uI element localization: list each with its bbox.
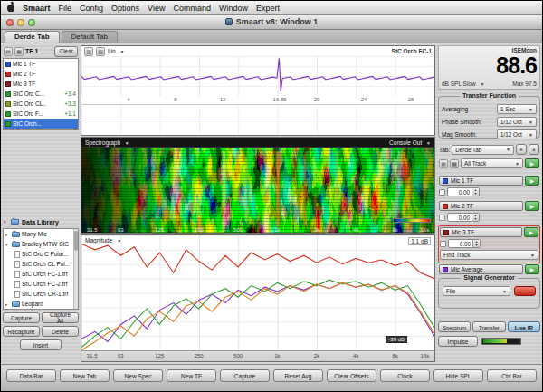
mic-average-run-button[interactable]: ▶	[525, 264, 539, 274]
mag-smooth-select[interactable]: 1/12 Oct▼	[497, 129, 537, 139]
apple-menu-icon[interactable]	[7, 5, 14, 12]
all-track-select[interactable]: All Track▼	[461, 158, 523, 168]
recapture-button[interactable]: Recapture	[3, 326, 40, 337]
measurement-row[interactable]: Mic 2 TF	[4, 69, 78, 79]
magnitude-plot[interactable]	[81, 235, 434, 350]
live-ir-secondary-area[interactable]	[81, 105, 434, 135]
menu-command[interactable]: Command	[173, 4, 211, 13]
mic3-run-button[interactable]: ▶	[524, 227, 538, 237]
tree-item-folder[interactable]: ▾Bradley MTW StC	[4, 239, 78, 249]
mic2-gain-stepper[interactable]: 0.00▲▼	[447, 213, 480, 222]
measurement-row[interactable]: StC Orc C...+3.4	[4, 89, 78, 99]
new-spec-button[interactable]: New Spec	[113, 369, 163, 382]
measurement-row[interactable]: Mic 1 TF	[4, 59, 78, 69]
play-icon: ▶	[529, 229, 534, 235]
measurement-row[interactable]: StC Orc CL..+3.3	[4, 99, 78, 109]
measurement-row-selected[interactable]: StC Orch...	[4, 119, 78, 129]
stepper-down-icon[interactable]: ▼	[474, 192, 477, 196]
close-tab-button[interactable]: ×	[529, 144, 539, 155]
add-tab-button[interactable]: +	[516, 144, 527, 155]
measurement-row[interactable]: StC Orc F...+1.1	[4, 109, 78, 119]
tree-item-file[interactable]: StC Orch FC-2.trf	[4, 279, 78, 289]
tree-item-folder[interactable]: ▸Leopard	[4, 299, 78, 309]
tree-item-folder[interactable]: ▸Many Mic	[4, 229, 78, 239]
mic1-checkbox[interactable]	[439, 189, 445, 196]
ctrl-bar-button[interactable]: Ctrl Bar	[487, 369, 537, 382]
menu-config[interactable]: Config	[80, 4, 103, 13]
reset-avg-button[interactable]: Reset Avg	[273, 369, 323, 382]
title-bar[interactable]: Smaart v8: Window 1	[1, 15, 542, 30]
spectrum-view-button[interactable]: Spectrum	[438, 321, 471, 332]
menu-window[interactable]: Window	[219, 4, 248, 13]
snapshot-icon[interactable]: ▦	[450, 159, 459, 168]
averaging-select[interactable]: 1 Sec▼	[497, 104, 537, 114]
run-all-button[interactable]: ▶	[525, 158, 539, 168]
magnitude-selector[interactable]: Magnitude ▼	[85, 237, 121, 244]
spectrograph-selector[interactable]: Spectrograph ▼	[85, 139, 129, 146]
disclosure-triangle-icon[interactable]: ▸	[5, 301, 10, 307]
spl-unit-selector[interactable]: dB SPL Slow ▼	[442, 81, 484, 87]
axis-tick-label: 1k	[274, 353, 280, 359]
tree-item-file[interactable]: StC Orch CR-1.trf	[4, 289, 78, 299]
phase-smooth-select[interactable]: 1/12 Oct▼	[497, 117, 537, 127]
tree-scrollbar[interactable]	[73, 229, 78, 309]
mic3-checkbox[interactable]	[440, 241, 446, 247]
capture-button[interactable]: Capture	[3, 312, 40, 323]
capture-bar-button[interactable]: Capture	[220, 369, 270, 382]
mic1-run-button[interactable]: ▶	[525, 176, 539, 186]
stepper-down-icon[interactable]: ▼	[475, 244, 478, 247]
tab-derde-tab[interactable]: Derde Tab	[5, 31, 60, 43]
menu-smaart[interactable]: Smaart	[23, 4, 51, 13]
spectrograph-source-selector[interactable]: Console Out ▼	[389, 139, 431, 146]
tree-item-file[interactable]: StC Orc C Polar...	[4, 249, 78, 259]
mic3-tf-button[interactable]: Mic 3 TF	[440, 227, 522, 237]
capture-all-button[interactable]: Capture All	[42, 312, 79, 323]
pane-option-icon[interactable]: ▥	[84, 47, 93, 56]
spl-meter[interactable]: iSEMcon 88.6 dB SPL Slow ▼ Max 97.5	[438, 45, 540, 90]
generator-on-button[interactable]	[514, 286, 536, 296]
measurement-row[interactable]: Mic 3 TF	[4, 79, 78, 89]
menu-view[interactable]: View	[148, 4, 165, 13]
tab-select[interactable]: Derde Tab▼	[452, 145, 514, 155]
data-library-header[interactable]: ▾ Data Library	[4, 216, 81, 227]
live-ir-plot[interactable]	[81, 56, 434, 96]
new-tab-button[interactable]: New Tab	[60, 369, 110, 382]
clock-button[interactable]: Clock	[380, 369, 430, 382]
scrollbar-thumb[interactable]	[74, 231, 78, 251]
mic-average-button[interactable]: Mic Average	[439, 264, 523, 274]
routing-icon[interactable]: ▤	[439, 159, 448, 168]
ir-scale-selector[interactable]: Lin ▼	[108, 48, 124, 54]
mic3-gain-stepper[interactable]: 0.00▲▼	[448, 239, 481, 248]
insert-button[interactable]: Insert	[20, 339, 62, 350]
stepper-down-icon[interactable]: ▼	[474, 217, 477, 221]
spectrograph-plot[interactable]: 31.5631252505001k2k4k8k16k	[81, 148, 434, 233]
pane-option-icon[interactable]: ▧	[96, 47, 105, 56]
tab-default-tab[interactable]: Default Tab	[62, 31, 118, 43]
live-ir-view-button[interactable]: Live IR	[508, 321, 540, 332]
mic2-run-button[interactable]: ▶	[525, 201, 539, 211]
find-track-select[interactable]: Find Track▼	[440, 250, 538, 260]
menu-expert[interactable]: Expert	[256, 4, 280, 13]
pane-list-icon[interactable]: ▦	[14, 47, 24, 56]
data-bar-button[interactable]: Data Bar	[6, 369, 56, 382]
mic2-tf-button[interactable]: Mic 2 TF	[439, 201, 523, 211]
generator-source-select[interactable]: File▼	[443, 286, 510, 296]
pane-grid-icon[interactable]: ▤	[4, 47, 13, 56]
delete-button[interactable]: Delete	[42, 326, 79, 337]
disclosure-triangle-icon[interactable]: ▾	[4, 219, 8, 225]
clear-button[interactable]: Clear	[54, 46, 78, 57]
transfer-view-button[interactable]: Transfer	[472, 321, 505, 332]
menu-file[interactable]: File	[59, 4, 72, 13]
tree-item-file[interactable]: StC Orch CL Pol...	[4, 259, 78, 269]
mic1-gain-stepper[interactable]: 0.00▲▼	[447, 187, 480, 196]
disclosure-triangle-icon[interactable]: ▸	[5, 232, 10, 237]
hide-spl-button[interactable]: Hide SPL	[433, 369, 483, 382]
mic2-checkbox[interactable]	[439, 215, 445, 221]
mic1-tf-button[interactable]: Mic 1 TF	[439, 176, 523, 186]
new-tf-button[interactable]: New TF	[167, 369, 216, 382]
impulse-view-button[interactable]: Impulse	[438, 336, 478, 347]
disclosure-triangle-icon[interactable]: ▾	[5, 242, 10, 247]
menu-options[interactable]: Options	[111, 4, 139, 13]
tree-item-file[interactable]: StC Orch FC-1.trf	[4, 269, 78, 279]
clear-offsets-button[interactable]: Clear Offsets	[327, 369, 376, 382]
